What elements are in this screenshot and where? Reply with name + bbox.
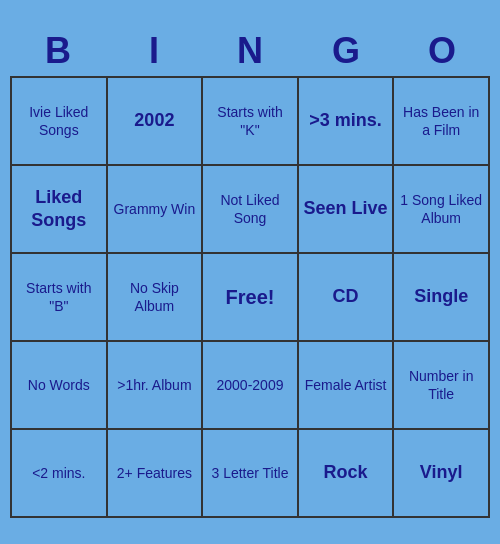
- bingo-cell-15: No Words: [12, 342, 108, 430]
- bingo-cell-19: Number in Title: [394, 342, 490, 430]
- bingo-cell-13: CD: [299, 254, 395, 342]
- bingo-cell-9: 1 Song Liked Album: [394, 166, 490, 254]
- bingo-cell-12: Free!: [203, 254, 299, 342]
- bingo-cell-17: 2000-2009: [203, 342, 299, 430]
- bingo-cell-24: Vinyl: [394, 430, 490, 518]
- header-letter-O: O: [394, 26, 490, 76]
- bingo-cell-6: Grammy Win: [108, 166, 204, 254]
- bingo-cell-11: No Skip Album: [108, 254, 204, 342]
- bingo-cell-2: Starts with "K": [203, 78, 299, 166]
- bingo-cell-21: 2+ Features: [108, 430, 204, 518]
- header-letter-N: N: [202, 26, 298, 76]
- bingo-cell-22: 3 Letter Title: [203, 430, 299, 518]
- bingo-cell-14: Single: [394, 254, 490, 342]
- bingo-grid: Ivie Liked Songs2002Starts with "K">3 mi…: [10, 76, 490, 518]
- header-letter-G: G: [298, 26, 394, 76]
- bingo-cell-0: Ivie Liked Songs: [12, 78, 108, 166]
- bingo-cell-7: Not Liked Song: [203, 166, 299, 254]
- bingo-cell-20: <2 mins.: [12, 430, 108, 518]
- bingo-cell-4: Has Been in a Film: [394, 78, 490, 166]
- bingo-cell-23: Rock: [299, 430, 395, 518]
- header-letter-B: B: [10, 26, 106, 76]
- bingo-cell-16: >1hr. Album: [108, 342, 204, 430]
- bingo-cell-1: 2002: [108, 78, 204, 166]
- bingo-cell-5: Liked Songs: [12, 166, 108, 254]
- header-letter-I: I: [106, 26, 202, 76]
- bingo-header: BINGO: [10, 26, 490, 76]
- bingo-cell-18: Female Artist: [299, 342, 395, 430]
- bingo-cell-3: >3 mins.: [299, 78, 395, 166]
- bingo-card: BINGO Ivie Liked Songs2002Starts with "K…: [10, 26, 490, 518]
- bingo-cell-10: Starts with "B": [12, 254, 108, 342]
- bingo-cell-8: Seen Live: [299, 166, 395, 254]
